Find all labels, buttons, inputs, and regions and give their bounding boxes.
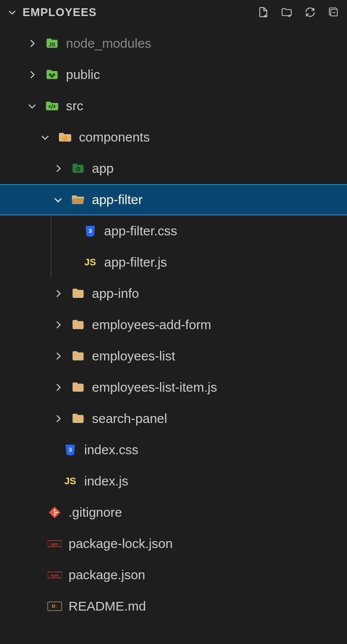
folder-public-icon [44, 67, 60, 83]
folder-app-icon [70, 161, 86, 176]
folder-components[interactable]: components [0, 122, 347, 153]
folder-app[interactable]: app [0, 153, 347, 184]
file-label: app-filter.js [104, 255, 167, 270]
folder-label: node_modules [66, 36, 151, 51]
svg-text:npm: npm [51, 573, 59, 578]
chevron-right-icon [52, 162, 64, 175]
chevron-right-icon [52, 319, 64, 331]
folder-node-icon: JS [44, 36, 60, 51]
file-readme[interactable]: M↓ README.md [0, 591, 347, 622]
folder-open-icon [70, 192, 86, 208]
js-icon: JS [62, 473, 78, 489]
header-actions [257, 6, 340, 19]
chevron-down-icon [52, 194, 64, 206]
chevron-down-icon[interactable] [7, 7, 17, 17]
folder-src[interactable]: src [0, 90, 347, 122]
new-file-icon[interactable] [257, 6, 270, 19]
svg-text:3: 3 [69, 446, 72, 453]
css-icon: 3 [82, 223, 98, 239]
file-index-js[interactable]: JS index.js [0, 466, 347, 497]
chevron-right-icon [26, 69, 38, 81]
file-label: app-filter.css [104, 224, 177, 238]
folder-label: search-panel [92, 411, 167, 426]
chevron-right-icon [52, 350, 64, 362]
folder-node-modules[interactable]: JS node_modules [0, 28, 347, 59]
folder-app-filter[interactable]: app-filter [0, 184, 347, 215]
refresh-icon[interactable] [304, 6, 317, 19]
chevron-down-icon [39, 131, 51, 143]
folder-label: employees-list [92, 349, 175, 363]
file-label: package.json [69, 568, 145, 582]
file-package-lock[interactable]: npm package-lock.json [0, 528, 347, 559]
file-label: index.css [84, 443, 138, 457]
folder-employees-list[interactable]: employees-list [0, 340, 347, 372]
file-package-json[interactable]: npm package.json [0, 559, 347, 591]
folder-icon [70, 286, 86, 301]
chevron-right-icon [52, 413, 64, 425]
folder-src-icon [44, 98, 60, 114]
file-label: index.js [84, 474, 128, 489]
folder-label: src [66, 99, 83, 113]
chevron-right-icon [52, 381, 64, 393]
npm-icon: npm [47, 567, 62, 583]
chevron-down-icon [26, 100, 38, 112]
file-label: package-lock.json [69, 536, 173, 551]
folder-icon [70, 411, 86, 426]
git-icon [47, 505, 62, 520]
file-index-css[interactable]: 3 index.css [0, 434, 347, 466]
folder-employees-add-form[interactable]: employees-add-form [0, 309, 347, 340]
file-explorer: EMPLOYEES JS node_modules [0, 0, 347, 644]
folder-components-icon [57, 129, 73, 145]
folder-search-panel[interactable]: search-panel [0, 403, 347, 434]
svg-text:M↓: M↓ [52, 604, 57, 609]
folder-label: app-filter [92, 192, 143, 207]
folder-label: employees-add-form [92, 317, 211, 332]
svg-text:npm: npm [51, 542, 59, 546]
folder-label: employees-list-item.js [92, 380, 217, 395]
css-icon: 3 [62, 442, 78, 458]
file-label: .gitignore [69, 505, 122, 520]
markdown-icon: M↓ [47, 598, 62, 614]
file-label: README.md [69, 599, 146, 614]
folder-label: public [66, 67, 100, 82]
file-app-filter-css[interactable]: 3 app-filter.css [0, 215, 347, 247]
folder-app-info[interactable]: app-info [0, 278, 347, 309]
folder-public[interactable]: public [0, 59, 347, 90]
folder-icon [70, 380, 86, 395]
svg-point-4 [51, 75, 53, 78]
file-gitignore[interactable]: .gitignore [0, 497, 347, 528]
svg-text:JS: JS [49, 41, 56, 48]
npm-icon: npm [47, 536, 62, 552]
explorer-header: EMPLOYEES [0, 0, 347, 24]
header-left: EMPLOYEES [7, 6, 97, 19]
svg-text:3: 3 [88, 228, 92, 234]
folder-icon [70, 348, 86, 364]
collapse-all-icon[interactable] [327, 6, 340, 19]
js-icon: JS [82, 254, 98, 270]
folder-icon [70, 317, 86, 333]
file-app-filter-js[interactable]: JS app-filter.js [0, 247, 347, 278]
file-tree: JS node_modules public src [0, 24, 347, 622]
folder-label: app [92, 161, 114, 176]
project-title[interactable]: EMPLOYEES [23, 6, 97, 19]
folder-employees-list-item[interactable]: employees-list-item.js [0, 372, 347, 403]
chevron-right-icon [52, 287, 64, 300]
folder-label: app-info [92, 286, 139, 301]
new-folder-icon[interactable] [280, 6, 293, 19]
folder-label: components [79, 130, 150, 145]
chevron-right-icon [26, 37, 38, 50]
